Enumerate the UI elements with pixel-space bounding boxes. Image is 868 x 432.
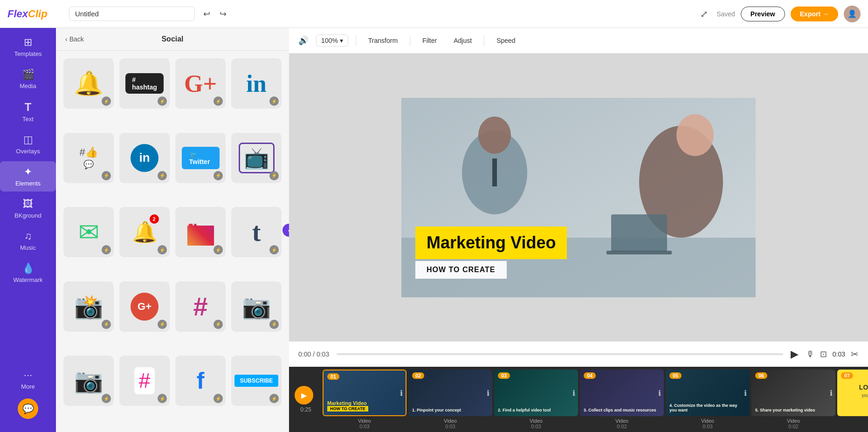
element-badge: ⚡ — [102, 96, 111, 106]
speed-button[interactable]: Speed — [492, 34, 520, 47]
element-badge: ⚡ — [214, 394, 223, 403]
video-canvas: Marketing Video HOW TO CREATE — [401, 98, 756, 297]
main-title-box: Marketing Video — [415, 226, 567, 259]
element-gplus-circle[interactable]: G+ ⚡ — [119, 281, 170, 332]
crop-button[interactable]: ⊡ — [820, 349, 827, 359]
project-title-input[interactable] — [69, 7, 195, 21]
avatar[interactable]: 👤 — [844, 6, 861, 22]
topbar-right: ⤢ Saved Preview Export → 👤 — [697, 6, 861, 22]
element-hashtag-yellow[interactable]: #👍 💬 ⚡ — [63, 133, 114, 183]
element-facebook-blue[interactable]: f ⚡ — [175, 356, 226, 406]
element-gplus[interactable]: G+ ⚡ — [175, 58, 226, 109]
clip-thumb-4[interactable]: 04 3. Collect clips and music resources … — [580, 370, 664, 416]
timeline-clip-1[interactable]: 01 Marketing Video HOW TO CREATE ℹ Video… — [323, 370, 406, 429]
element-badge: ⚡ — [269, 394, 279, 403]
video-controls: 0:00 / 0:03 ▶ 🎙 ⊡ 0:03 ✂ — [289, 341, 868, 367]
filter-button[interactable]: Filter — [418, 34, 441, 47]
element-hashtag-dark[interactable]: # hashtag ⚡ — [119, 58, 170, 109]
element-instagram-bottom[interactable]: 📷 ⚡ — [231, 281, 282, 332]
subscribe-icon: SUBSCRIBE — [234, 375, 279, 387]
svg-rect-7 — [611, 214, 667, 252]
play-button[interactable]: ▶ — [791, 348, 799, 360]
element-twitter[interactable]: 🐦 Twitter ⚡ — [175, 133, 226, 183]
video-main-title: Marketing Video — [427, 233, 556, 253]
sidebar-item-overlays[interactable]: ◫ Overlays — [0, 129, 56, 159]
clip-number-7: 07 — [841, 372, 853, 379]
clip-thumb-6[interactable]: 06 5. Share your marketing video ℹ — [751, 370, 835, 416]
clip-text-2: 1. Pinpoint your concept — [412, 408, 489, 412]
svg-point-5 — [676, 114, 714, 156]
clip-thumb-5[interactable]: 05 4. Customize the video as the way you… — [666, 370, 750, 416]
element-linkedin-circle[interactable]: in ⚡ — [119, 133, 170, 183]
mic-button[interactable]: 🎙 — [806, 350, 814, 359]
volume-percent[interactable]: 100% ▾ — [316, 34, 348, 47]
element-linkedin[interactable]: in ⚡ — [231, 58, 282, 109]
clip-number-1: 01 — [327, 373, 339, 380]
sidebar-item-music[interactable]: ♫ Music — [0, 226, 56, 256]
element-instagram-gradient[interactable]: 📷 ⚡ — [175, 207, 226, 257]
progress-bar[interactable] — [337, 353, 783, 355]
sidebar-item-text[interactable]: T Text — [0, 96, 56, 127]
preview-button[interactable]: Preview — [741, 7, 785, 21]
element-twitch[interactable]: 📺 ⚡ — [231, 133, 282, 183]
more-icon: ··· — [24, 369, 32, 381]
pink-hashtag-icon: # — [134, 367, 155, 394]
element-pink-hashtag[interactable]: # ⚡ — [119, 356, 170, 406]
element-hashtag-purple[interactable]: # ⚡ — [175, 281, 226, 332]
clip-number-2: 02 — [412, 372, 424, 379]
editor-area: 🔊 100% ▾ Transform Filter Adjust Speed — [289, 28, 868, 432]
timeline-clip-6[interactable]: 06 5. Share your marketing video ℹ Video… — [751, 370, 835, 429]
timeline-clip-2[interactable]: 02 1. Pinpoint your concept ℹ Video 0:03 — [408, 370, 492, 429]
clip-thumb-1[interactable]: 01 Marketing Video HOW TO CREATE ℹ — [323, 370, 406, 416]
timeline-clip-5[interactable]: 05 4. Customize the video as the way you… — [666, 370, 750, 429]
templates-icon: ⊞ — [24, 36, 32, 48]
element-badge: ⚡ — [269, 320, 279, 329]
bell-notify-icon: 🔔 — [132, 220, 158, 244]
back-button[interactable]: ‹ Back — [65, 35, 84, 43]
element-bell[interactable]: 🔔 ⚡ — [63, 58, 114, 109]
element-tumblr[interactable]: t ⚡ — [231, 207, 282, 257]
instagram-gradient-icon: 📷 — [186, 218, 216, 247]
transform-button[interactable]: Transform — [364, 34, 402, 47]
notify-badge: 2 — [150, 214, 159, 224]
clip-thumb-2[interactable]: 02 1. Pinpoint your concept ℹ — [408, 370, 492, 416]
sidebar-item-templates[interactable]: ⊞ Templates — [0, 32, 56, 62]
adjust-button[interactable]: Adjust — [449, 34, 476, 47]
notification-icon: 💬 — [83, 159, 94, 170]
timeline-clip-3[interactable]: 03 2. Find a helpful video tool ℹ Video … — [494, 370, 578, 429]
back-chevron-icon: ‹ — [65, 35, 68, 43]
instagram-square-icon: 📸 — [74, 293, 103, 320]
chat-bubble-button[interactable]: 💬 — [18, 398, 38, 419]
element-bell-notify[interactable]: 🔔 2 ⚡ — [119, 207, 170, 257]
volume-button[interactable]: 🔊 — [298, 35, 309, 46]
clip-thumb-3[interactable]: 03 2. Find a helpful video tool ℹ — [494, 370, 578, 416]
clip-label-4: Video 0:02 — [615, 418, 628, 429]
instagram-outline-icon: 📷 — [74, 367, 103, 394]
cut-button[interactable]: ✂ — [851, 349, 859, 360]
fullscreen-button[interactable]: ⤢ — [697, 6, 711, 22]
element-instagram-outline[interactable]: 📷 ⚡ — [63, 356, 114, 406]
timeline-play-button[interactable]: ▶ — [295, 386, 313, 405]
clip-subtitle-1: HOW TO CREATE — [327, 406, 368, 411]
clip-thumb-7[interactable]: 07 LOGO NAME yourwebsite.com 🌟 — [837, 370, 868, 416]
clip-text-6: 5. Share your marketing video — [755, 408, 832, 412]
element-subscribe-btn[interactable]: SUBSCRIBE ⚡ — [231, 356, 282, 406]
clip-label-5: Video 0:03 — [701, 418, 714, 429]
clip-logo-sub: yourwebsite.com — [837, 393, 868, 398]
element-instagram-square[interactable]: 📸 ⚡ — [63, 281, 114, 332]
sidebar-item-more[interactable]: ··· More — [18, 366, 38, 393]
sidebar-item-watermark[interactable]: 💧 Watermark — [0, 258, 56, 288]
export-button[interactable]: Export → — [791, 7, 838, 21]
sidebar-item-bkground[interactable]: 🖼 BKground — [0, 193, 56, 224]
timeline-clip-4[interactable]: 04 3. Collect clips and music resources … — [580, 370, 664, 429]
clip-text-4: 3. Collect clips and music resources — [584, 408, 660, 412]
undo-button[interactable]: ↩ — [200, 6, 213, 22]
svg-rect-3 — [492, 158, 497, 186]
sidebar-item-media[interactable]: 🎬 Media — [0, 64, 56, 94]
topbar-actions: ↩ ↪ — [200, 6, 229, 22]
timeline-clip-7[interactable]: 07 LOGO NAME yourwebsite.com 🌟 BKground … — [837, 370, 868, 429]
redo-button[interactable]: ↪ — [217, 6, 229, 22]
element-email[interactable]: ✉ ⚡ — [63, 207, 114, 257]
clip-label-2: Video 0:03 — [444, 418, 457, 429]
sidebar-item-elements[interactable]: ✦ Elements — [0, 161, 56, 192]
